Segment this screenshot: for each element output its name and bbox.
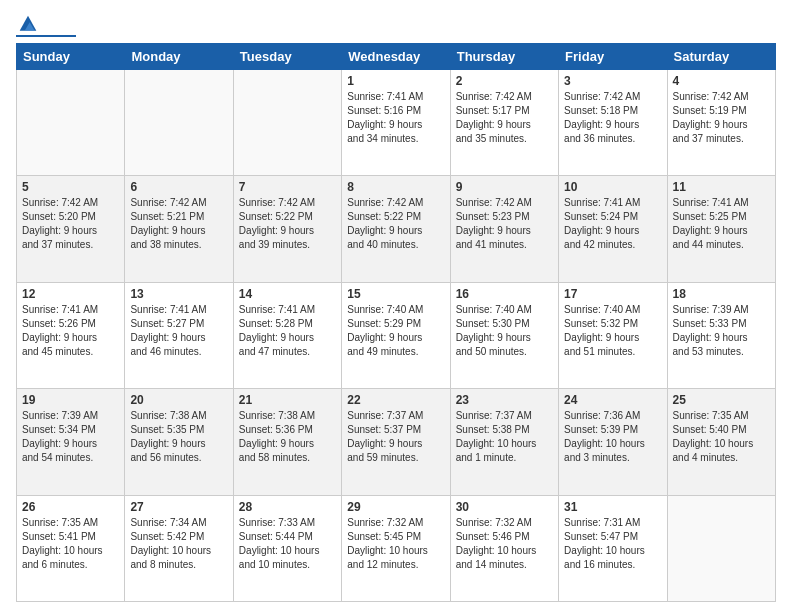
calendar-cell: 16Sunrise: 7:40 AM Sunset: 5:30 PM Dayli… [450, 282, 558, 388]
day-number: 29 [347, 500, 444, 514]
day-info: Sunrise: 7:39 AM Sunset: 5:33 PM Dayligh… [673, 303, 770, 359]
day-info: Sunrise: 7:32 AM Sunset: 5:46 PM Dayligh… [456, 516, 553, 572]
day-number: 3 [564, 74, 661, 88]
calendar-cell: 19Sunrise: 7:39 AM Sunset: 5:34 PM Dayli… [17, 389, 125, 495]
day-info: Sunrise: 7:35 AM Sunset: 5:40 PM Dayligh… [673, 409, 770, 465]
week-row-3: 12Sunrise: 7:41 AM Sunset: 5:26 PM Dayli… [17, 282, 776, 388]
weekday-header-tuesday: Tuesday [233, 44, 341, 70]
calendar-cell: 4Sunrise: 7:42 AM Sunset: 5:19 PM Daylig… [667, 70, 775, 176]
day-info: Sunrise: 7:41 AM Sunset: 5:26 PM Dayligh… [22, 303, 119, 359]
calendar-cell: 5Sunrise: 7:42 AM Sunset: 5:20 PM Daylig… [17, 176, 125, 282]
week-row-1: 1Sunrise: 7:41 AM Sunset: 5:16 PM Daylig… [17, 70, 776, 176]
logo [16, 14, 76, 37]
day-number: 21 [239, 393, 336, 407]
week-row-2: 5Sunrise: 7:42 AM Sunset: 5:20 PM Daylig… [17, 176, 776, 282]
day-number: 2 [456, 74, 553, 88]
day-info: Sunrise: 7:42 AM Sunset: 5:18 PM Dayligh… [564, 90, 661, 146]
day-info: Sunrise: 7:31 AM Sunset: 5:47 PM Dayligh… [564, 516, 661, 572]
header [16, 10, 776, 37]
weekday-header-row: SundayMondayTuesdayWednesdayThursdayFrid… [17, 44, 776, 70]
calendar-cell: 18Sunrise: 7:39 AM Sunset: 5:33 PM Dayli… [667, 282, 775, 388]
day-info: Sunrise: 7:36 AM Sunset: 5:39 PM Dayligh… [564, 409, 661, 465]
day-number: 30 [456, 500, 553, 514]
weekday-header-friday: Friday [559, 44, 667, 70]
day-number: 11 [673, 180, 770, 194]
day-number: 14 [239, 287, 336, 301]
calendar-cell: 12Sunrise: 7:41 AM Sunset: 5:26 PM Dayli… [17, 282, 125, 388]
calendar-cell: 20Sunrise: 7:38 AM Sunset: 5:35 PM Dayli… [125, 389, 233, 495]
page: SundayMondayTuesdayWednesdayThursdayFrid… [0, 0, 792, 612]
calendar-cell: 7Sunrise: 7:42 AM Sunset: 5:22 PM Daylig… [233, 176, 341, 282]
day-info: Sunrise: 7:39 AM Sunset: 5:34 PM Dayligh… [22, 409, 119, 465]
day-info: Sunrise: 7:40 AM Sunset: 5:30 PM Dayligh… [456, 303, 553, 359]
day-number: 23 [456, 393, 553, 407]
calendar-cell: 29Sunrise: 7:32 AM Sunset: 5:45 PM Dayli… [342, 495, 450, 601]
day-info: Sunrise: 7:38 AM Sunset: 5:35 PM Dayligh… [130, 409, 227, 465]
day-number: 24 [564, 393, 661, 407]
day-number: 28 [239, 500, 336, 514]
weekday-header-wednesday: Wednesday [342, 44, 450, 70]
day-number: 4 [673, 74, 770, 88]
day-info: Sunrise: 7:32 AM Sunset: 5:45 PM Dayligh… [347, 516, 444, 572]
day-info: Sunrise: 7:37 AM Sunset: 5:37 PM Dayligh… [347, 409, 444, 465]
calendar-cell [233, 70, 341, 176]
day-number: 5 [22, 180, 119, 194]
day-number: 20 [130, 393, 227, 407]
weekday-header-sunday: Sunday [17, 44, 125, 70]
day-number: 16 [456, 287, 553, 301]
day-number: 12 [22, 287, 119, 301]
calendar-table: SundayMondayTuesdayWednesdayThursdayFrid… [16, 43, 776, 602]
calendar-cell [125, 70, 233, 176]
logo-icon [18, 14, 38, 34]
day-number: 8 [347, 180, 444, 194]
day-number: 15 [347, 287, 444, 301]
day-info: Sunrise: 7:41 AM Sunset: 5:25 PM Dayligh… [673, 196, 770, 252]
calendar-cell: 3Sunrise: 7:42 AM Sunset: 5:18 PM Daylig… [559, 70, 667, 176]
calendar-cell: 23Sunrise: 7:37 AM Sunset: 5:38 PM Dayli… [450, 389, 558, 495]
calendar-cell: 21Sunrise: 7:38 AM Sunset: 5:36 PM Dayli… [233, 389, 341, 495]
calendar-cell: 26Sunrise: 7:35 AM Sunset: 5:41 PM Dayli… [17, 495, 125, 601]
calendar-cell [667, 495, 775, 601]
day-number: 6 [130, 180, 227, 194]
day-info: Sunrise: 7:33 AM Sunset: 5:44 PM Dayligh… [239, 516, 336, 572]
day-info: Sunrise: 7:42 AM Sunset: 5:20 PM Dayligh… [22, 196, 119, 252]
day-info: Sunrise: 7:42 AM Sunset: 5:17 PM Dayligh… [456, 90, 553, 146]
day-number: 9 [456, 180, 553, 194]
calendar-cell: 15Sunrise: 7:40 AM Sunset: 5:29 PM Dayli… [342, 282, 450, 388]
weekday-header-monday: Monday [125, 44, 233, 70]
logo-underline [16, 35, 76, 37]
day-number: 17 [564, 287, 661, 301]
day-number: 27 [130, 500, 227, 514]
calendar-cell: 13Sunrise: 7:41 AM Sunset: 5:27 PM Dayli… [125, 282, 233, 388]
calendar-cell: 22Sunrise: 7:37 AM Sunset: 5:37 PM Dayli… [342, 389, 450, 495]
day-number: 18 [673, 287, 770, 301]
day-info: Sunrise: 7:41 AM Sunset: 5:28 PM Dayligh… [239, 303, 336, 359]
day-info: Sunrise: 7:34 AM Sunset: 5:42 PM Dayligh… [130, 516, 227, 572]
day-number: 26 [22, 500, 119, 514]
day-info: Sunrise: 7:37 AM Sunset: 5:38 PM Dayligh… [456, 409, 553, 465]
day-number: 31 [564, 500, 661, 514]
week-row-5: 26Sunrise: 7:35 AM Sunset: 5:41 PM Dayli… [17, 495, 776, 601]
calendar-cell: 28Sunrise: 7:33 AM Sunset: 5:44 PM Dayli… [233, 495, 341, 601]
day-info: Sunrise: 7:35 AM Sunset: 5:41 PM Dayligh… [22, 516, 119, 572]
day-info: Sunrise: 7:42 AM Sunset: 5:19 PM Dayligh… [673, 90, 770, 146]
day-number: 10 [564, 180, 661, 194]
day-number: 25 [673, 393, 770, 407]
weekday-header-saturday: Saturday [667, 44, 775, 70]
calendar-cell: 14Sunrise: 7:41 AM Sunset: 5:28 PM Dayli… [233, 282, 341, 388]
calendar-cell: 8Sunrise: 7:42 AM Sunset: 5:22 PM Daylig… [342, 176, 450, 282]
week-row-4: 19Sunrise: 7:39 AM Sunset: 5:34 PM Dayli… [17, 389, 776, 495]
day-number: 7 [239, 180, 336, 194]
weekday-header-thursday: Thursday [450, 44, 558, 70]
day-info: Sunrise: 7:41 AM Sunset: 5:24 PM Dayligh… [564, 196, 661, 252]
calendar-cell: 17Sunrise: 7:40 AM Sunset: 5:32 PM Dayli… [559, 282, 667, 388]
calendar-cell: 30Sunrise: 7:32 AM Sunset: 5:46 PM Dayli… [450, 495, 558, 601]
day-info: Sunrise: 7:41 AM Sunset: 5:16 PM Dayligh… [347, 90, 444, 146]
calendar-cell: 25Sunrise: 7:35 AM Sunset: 5:40 PM Dayli… [667, 389, 775, 495]
day-info: Sunrise: 7:42 AM Sunset: 5:22 PM Dayligh… [239, 196, 336, 252]
calendar-cell: 24Sunrise: 7:36 AM Sunset: 5:39 PM Dayli… [559, 389, 667, 495]
day-info: Sunrise: 7:42 AM Sunset: 5:23 PM Dayligh… [456, 196, 553, 252]
day-number: 22 [347, 393, 444, 407]
day-number: 19 [22, 393, 119, 407]
day-info: Sunrise: 7:41 AM Sunset: 5:27 PM Dayligh… [130, 303, 227, 359]
